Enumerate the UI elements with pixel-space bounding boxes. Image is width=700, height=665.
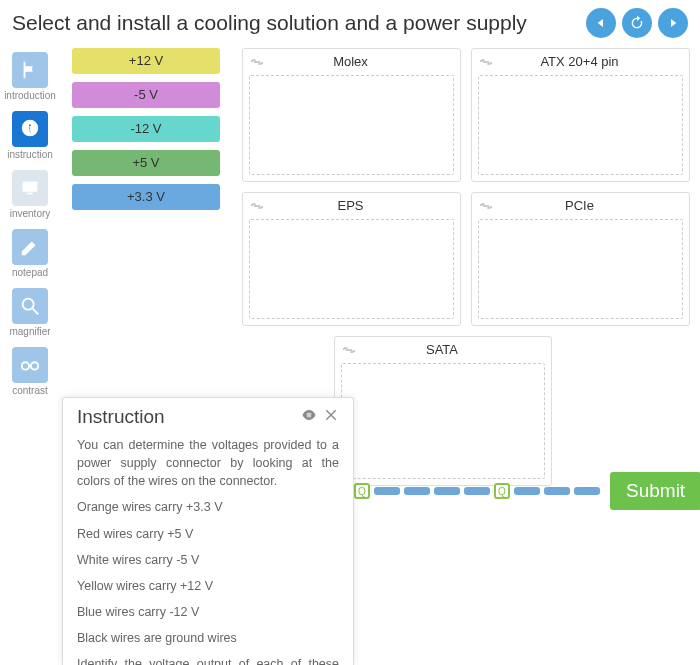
drop-zone-eps[interactable]: EPS [242, 192, 461, 326]
triangle-left-icon [593, 15, 609, 31]
instruction-line: Black wires are ground wires [77, 629, 339, 647]
page-title: Select and install a cooling solution an… [12, 11, 527, 35]
sidebar-item-contrast[interactable]: contrast [12, 347, 48, 396]
flag-icon [12, 52, 48, 88]
svg-point-3 [23, 299, 34, 310]
instruction-line: Blue wires carry -12 V [77, 603, 339, 621]
link-icon [478, 56, 494, 68]
voltage-chip[interactable]: -5 V [72, 82, 220, 108]
monitor-icon [12, 170, 48, 206]
header: Select and install a cooling solution an… [0, 0, 700, 42]
voltage-chip[interactable]: +3.3 V [72, 184, 220, 210]
svg-rect-2 [27, 193, 33, 195]
drop-zone-sata[interactable]: SATA [334, 336, 552, 486]
svg-point-8 [308, 414, 311, 417]
svg-point-5 [22, 362, 29, 369]
instruction-body: You can determine the voltages provided … [77, 436, 339, 665]
svg-point-6 [31, 362, 38, 369]
voltage-chip[interactable]: +12 V [72, 48, 220, 74]
instruction-line: White wires carry -5 V [77, 551, 339, 569]
bottom-bar: Q Q Submit [354, 472, 680, 510]
instruction-panel: Instruction You can determine the voltag… [62, 397, 354, 665]
nav-buttons [586, 8, 688, 38]
instruction-line: Red wires carry +5 V [77, 525, 339, 543]
instruction-line: Orange wires carry +3.3 V [77, 498, 339, 516]
reload-icon [629, 15, 645, 31]
progress-segment [464, 487, 490, 495]
instruction-header: Instruction [77, 406, 339, 428]
prev-button[interactable] [586, 8, 616, 38]
drop-zone-inner[interactable] [341, 363, 545, 479]
drop-zone-pcie[interactable]: PCIe [471, 192, 690, 326]
submit-button[interactable]: Submit [610, 472, 700, 510]
voltage-chip[interactable]: +5 V [72, 150, 220, 176]
drop-zone-label: SATA [357, 342, 545, 357]
drop-zone-label: EPS [265, 198, 454, 213]
svg-rect-1 [23, 182, 38, 192]
sidebar-item-label: inventory [10, 208, 51, 219]
drop-zone-inner[interactable] [478, 219, 683, 319]
link-icon [249, 56, 265, 68]
sidebar-item-inventory[interactable]: inventory [10, 170, 51, 219]
sidebar-item-notepad[interactable]: notepad [12, 229, 48, 278]
link-icon [341, 344, 357, 356]
progress-segment [404, 487, 430, 495]
drop-zone-inner[interactable] [249, 75, 454, 175]
sidebar-item-label: instruction [7, 149, 53, 160]
progress-marker-icon: Q [494, 483, 510, 499]
glasses-icon [12, 347, 48, 383]
triangle-right-icon [665, 15, 681, 31]
progress-bar: Q Q [354, 483, 600, 499]
drop-zone-atx[interactable]: ATX 20+4 pin [471, 48, 690, 182]
next-button[interactable] [658, 8, 688, 38]
sidebar-item-label: introduction [4, 90, 56, 101]
sidebar-item-label: notepad [12, 267, 48, 278]
sidebar-item-label: contrast [12, 385, 48, 396]
instruction-line: Yellow wires carry +12 V [77, 577, 339, 595]
info-icon: i [12, 111, 48, 147]
drop-zone-label: Molex [265, 54, 454, 69]
progress-marker-icon: Q [354, 483, 370, 499]
drop-zone-molex[interactable]: Molex [242, 48, 461, 182]
sidebar-item-introduction[interactable]: introduction [4, 52, 56, 101]
instruction-title: Instruction [77, 406, 301, 428]
drop-zone-inner[interactable] [249, 219, 454, 319]
sidebar: introduction i instruction inventory not… [0, 46, 60, 665]
close-icon[interactable] [323, 407, 339, 427]
progress-segment [434, 487, 460, 495]
link-icon [478, 200, 494, 212]
sidebar-item-label: magnifier [9, 326, 50, 337]
drop-zone-label: PCIe [494, 198, 683, 213]
drop-zone-label: ATX 20+4 pin [494, 54, 683, 69]
progress-segment [544, 487, 570, 495]
eye-icon[interactable] [301, 407, 317, 427]
search-icon [12, 288, 48, 324]
pencil-icon [12, 229, 48, 265]
svg-line-4 [33, 309, 39, 315]
sidebar-item-magnifier[interactable]: magnifier [9, 288, 50, 337]
progress-segment [514, 487, 540, 495]
reload-button[interactable] [622, 8, 652, 38]
progress-segment [374, 487, 400, 495]
progress-segment [574, 487, 600, 495]
voltage-chip-list: +12 V -5 V -12 V +5 V +3.3 V [72, 48, 220, 210]
voltage-chip[interactable]: -12 V [72, 116, 220, 142]
link-icon [249, 200, 265, 212]
sidebar-item-instruction[interactable]: i instruction [7, 111, 53, 160]
instruction-intro: You can determine the voltages provided … [77, 436, 339, 490]
drop-zone-inner[interactable] [478, 75, 683, 175]
instruction-identify: Identify the voltage output of each of t… [77, 655, 339, 665]
